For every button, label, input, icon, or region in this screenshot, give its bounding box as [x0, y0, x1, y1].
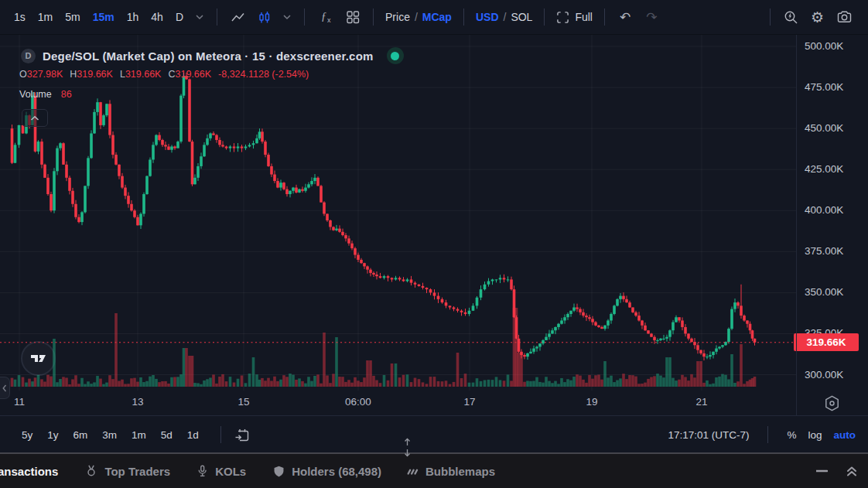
undo-icon[interactable]: ↶: [612, 9, 638, 26]
price-axis[interactable]: 500.00K475.00K450.00K425.00K400.00K375.0…: [797, 35, 868, 391]
price-tick: 375.00K: [805, 245, 843, 257]
price-tick: 425.00K: [805, 163, 843, 175]
time-tick: 13: [114, 396, 161, 408]
camera-screenshot-icon[interactable]: [830, 0, 859, 35]
time-tick: 19: [569, 396, 615, 408]
timeframe-dropdown-chevron-icon[interactable]: [190, 0, 210, 35]
layout-grid-icon[interactable]: [340, 0, 366, 35]
tab-label: ansactions: [0, 465, 58, 478]
time-tick: 15: [220, 396, 267, 408]
go-to-date-calendar-icon[interactable]: [228, 428, 256, 442]
time-tick: 21: [678, 396, 725, 408]
toolbar-separator: [544, 9, 545, 26]
timeframe-1m[interactable]: 1m: [32, 0, 59, 35]
open-label: O: [19, 69, 27, 80]
price-tick: 350.00K: [805, 286, 843, 298]
toolbar-separator: [304, 9, 305, 26]
chart-legend-title: D Dege/SOL (Market Cap) on Meteora · 15 …: [21, 47, 404, 64]
tab-label: Holders (68,498): [292, 465, 381, 478]
hexagon-settings-icon[interactable]: [822, 394, 842, 416]
price-mcap-toggle[interactable]: Price / MCap: [381, 11, 456, 23]
indicators-fx-icon[interactable]: ƒx: [312, 0, 340, 35]
minimize-icon[interactable]: [816, 469, 828, 473]
sidebar-expand-tab[interactable]: [0, 377, 10, 399]
bottom-toolbar: 5y 1y 6m 3m 1m 5d 1d 17:17:01 (UTC-7) % …: [0, 417, 868, 452]
percent-scale-button[interactable]: %: [787, 429, 796, 441]
redo-icon[interactable]: ↷: [638, 9, 665, 26]
open-value: 327.98K: [27, 69, 63, 80]
legend-collapse-button[interactable]: [22, 109, 48, 127]
range-5y[interactable]: 5y: [22, 429, 32, 441]
low-value: 319.66K: [125, 69, 162, 80]
toolbar-separator: [767, 426, 768, 443]
price-tick: 400.00K: [805, 204, 843, 216]
shield-icon: [272, 465, 285, 478]
volume-label: Volume: [19, 89, 52, 100]
chart-type-chevron-icon[interactable]: [277, 0, 297, 35]
arrow-up-icon: [403, 438, 412, 446]
toolbar-separator: [217, 9, 217, 26]
candlestick-plot[interactable]: [0, 35, 797, 391]
svg-text:x: x: [327, 16, 331, 24]
panel-resize-handle[interactable]: [403, 438, 412, 457]
time-tick: 06:00: [335, 396, 381, 408]
timeframe-4h[interactable]: 4h: [145, 0, 169, 35]
timeframe-1h[interactable]: 1h: [121, 0, 145, 35]
chart-area[interactable]: D Dege/SOL (Market Cap) on Meteora · 15 …: [0, 35, 797, 391]
bubbles-icon: [405, 465, 419, 477]
expand-double-chevron-icon[interactable]: [846, 466, 857, 477]
line-chart-icon[interactable]: [224, 0, 251, 35]
close-value: 319.66K: [175, 69, 211, 80]
tab-label: Bubblemaps: [425, 465, 495, 478]
tab-transactions[interactable]: ansactions: [0, 465, 58, 478]
timeframe-1s[interactable]: 1s: [8, 0, 32, 35]
range-1m[interactable]: 1m: [132, 429, 146, 441]
sol-option[interactable]: SOL: [511, 11, 532, 23]
toolbar-separator: [604, 9, 605, 26]
timeframe-1d[interactable]: D: [169, 0, 190, 35]
price-tick: 500.00K: [805, 40, 843, 52]
range-1y[interactable]: 1y: [47, 429, 58, 441]
live-status-icon: [387, 47, 404, 64]
chevron-up-icon: [30, 115, 39, 121]
range-5d[interactable]: 5d: [161, 429, 173, 441]
usd-option[interactable]: USD: [476, 11, 499, 23]
tab-label: Top Traders: [104, 465, 170, 478]
arrow-down-icon: [403, 449, 412, 457]
timeframe-15m[interactable]: 15m: [87, 0, 121, 35]
volume-value: 86: [61, 89, 72, 100]
high-label: H: [70, 69, 77, 80]
timeframe-5m[interactable]: 5m: [59, 0, 86, 35]
bottom-tab-bar: ansactions Top Traders KOLs Holders (68,…: [0, 452, 868, 488]
settings-gear-icon[interactable]: ⚙: [805, 0, 830, 35]
auto-scale-button[interactable]: auto: [834, 429, 856, 441]
range-6m[interactable]: 6m: [73, 429, 88, 441]
fullscreen-label: Full: [575, 11, 593, 23]
tab-top-traders[interactable]: Top Traders: [84, 464, 170, 478]
time-axis[interactable]: 11131506:00171921: [0, 391, 868, 416]
slash: /: [415, 11, 418, 23]
log-scale-button[interactable]: log: [808, 429, 822, 441]
axis-border: [796, 35, 797, 416]
chevron-left-icon: [2, 384, 7, 392]
price-option[interactable]: Price: [385, 11, 410, 23]
fullscreen-button[interactable]: Full: [552, 11, 597, 24]
price-tick: 475.00K: [805, 81, 843, 93]
quick-search-lightning-icon[interactable]: [777, 0, 805, 35]
toolbar-separator: [220, 426, 221, 443]
slash: /: [504, 11, 507, 23]
session-clock[interactable]: 17:17:01 (UTC-7): [668, 429, 749, 441]
range-3m[interactable]: 3m: [102, 429, 117, 441]
usd-sol-toggle[interactable]: USD / SOL: [471, 11, 537, 23]
tab-kols[interactable]: KOLs: [196, 464, 246, 478]
range-1d[interactable]: 1d: [187, 429, 199, 441]
tab-bubblemaps[interactable]: Bubblemaps: [405, 465, 495, 478]
fullscreen-brackets-icon: [556, 11, 569, 24]
mcap-option[interactable]: MCap: [422, 11, 452, 23]
price-tick: 450.00K: [805, 122, 843, 134]
tab-holders[interactable]: Holders (68,498): [272, 465, 381, 478]
ohlc-values: O327.98K H319.66K L319.66K C319.66K -8,3…: [19, 69, 309, 80]
toolbar-separator: [373, 9, 374, 26]
candlestick-chart-icon[interactable]: [251, 0, 277, 35]
high-value: 319.66K: [77, 69, 113, 80]
